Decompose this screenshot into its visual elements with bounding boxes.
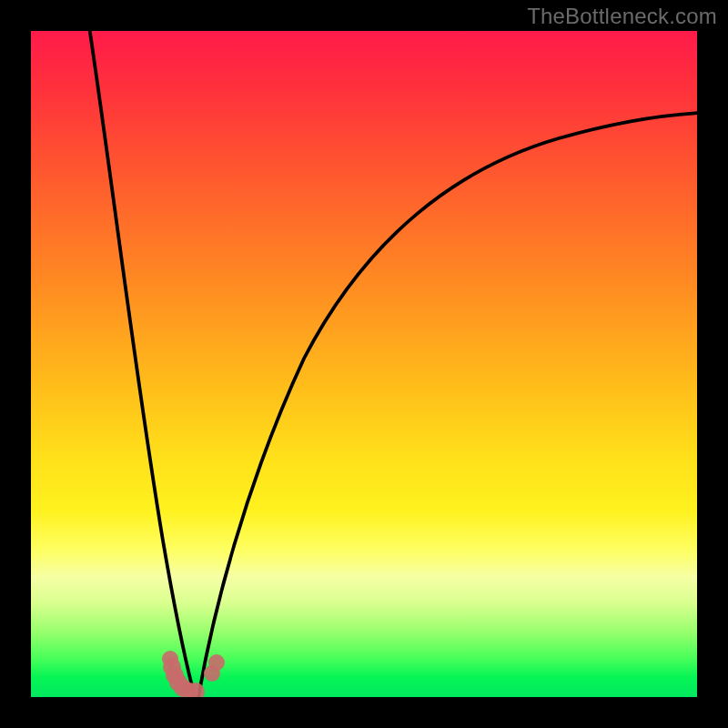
svg-point-1 <box>163 658 181 676</box>
svg-point-8 <box>208 654 225 671</box>
svg-point-6 <box>187 682 205 697</box>
bottleneck-curve <box>31 31 697 697</box>
chart-frame: TheBottleneck.com <box>0 0 728 728</box>
benchmark-dots <box>31 31 697 697</box>
svg-point-0 <box>162 651 178 667</box>
svg-point-2 <box>166 666 184 684</box>
svg-point-5 <box>180 682 198 697</box>
svg-point-4 <box>174 679 192 697</box>
svg-point-3 <box>169 673 187 692</box>
svg-point-7 <box>204 665 220 682</box>
watermark-label: TheBottleneck.com <box>527 4 717 29</box>
chart-plot-area <box>31 31 697 697</box>
